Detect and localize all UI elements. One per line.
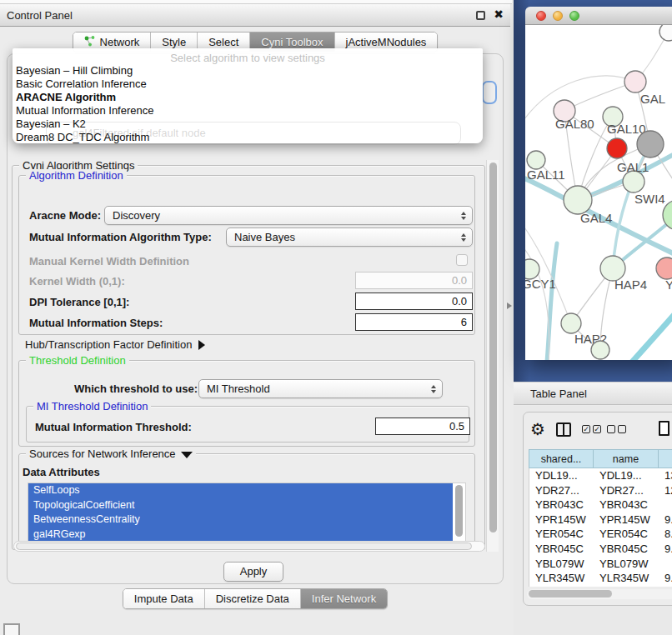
scrollbar-thumb[interactable] — [489, 162, 497, 532]
network-node[interactable] — [591, 341, 609, 359]
list-scrollbar[interactable] — [454, 483, 464, 542]
algorithm-option[interactable]: Bayesian – K2 — [13, 118, 483, 131]
table-row[interactable]: YER054CYER054C8. — [529, 527, 672, 542]
list-item[interactable]: TopologicalCoefficient — [28, 498, 453, 513]
network-node[interactable] — [659, 25, 672, 41]
mi-threshold-field[interactable]: 0.5 — [375, 418, 470, 435]
network-node[interactable] — [527, 151, 545, 169]
network-node[interactable] — [564, 186, 592, 214]
algorithm-option[interactable]: ARACNE Algorithm — [13, 91, 483, 104]
table-cell: YIL052C — [529, 586, 594, 587]
table-column-header[interactable]: shared... — [529, 449, 593, 468]
network-canvas[interactable]: GALGAL80GAL10GAL1GAL11GAL4SWI4GCY1HAP4YH… — [525, 25, 672, 360]
algorithm-option[interactable]: Mutual Information Inference — [13, 104, 483, 118]
tab-network-label: Network — [100, 36, 140, 48]
table-cell: YBR045C — [594, 542, 659, 557]
network-node[interactable] — [656, 258, 672, 279]
control-panel-titlebar: Control Panel ✖ — [0, 4, 510, 27]
table-row[interactable]: YDR27...YDR27...12 — [529, 483, 672, 498]
network-window-titlebar — [525, 7, 672, 25]
expander-arrow-icon — [198, 340, 205, 350]
mi-steps-field[interactable]: 6 — [355, 313, 473, 331]
gear-icon[interactable]: ⚙ — [530, 419, 545, 439]
apply-button[interactable]: Apply — [223, 562, 283, 582]
list-item[interactable]: SelfLoops — [28, 483, 453, 498]
table-row[interactable]: YBL079WYBL079W — [529, 557, 672, 572]
close-panel-icon[interactable]: ✖ — [494, 8, 504, 21]
table-cell — [659, 498, 672, 512]
table-row[interactable]: YBR045CYBR045C9. — [529, 542, 672, 557]
mi-algorithm-type-select[interactable]: Naive Bayes — [226, 228, 473, 247]
table-cell: YBL079W — [529, 557, 594, 572]
network-node-label: GAL80 — [555, 117, 594, 131]
minimized-panel-icon[interactable] — [3, 623, 20, 635]
table-panel-area: ⚙ ✓✓ shared...name YDL19...YDL19...13YDR… — [514, 406, 672, 635]
threshold-definition-title: Threshold Definition — [26, 354, 129, 367]
float-panel-icon[interactable] — [476, 11, 485, 20]
which-threshold-select[interactable]: MI Threshold — [198, 379, 443, 398]
table-row[interactable]: YLR345WYLR345W9. — [529, 571, 672, 586]
table-cell: YBR045C — [529, 542, 594, 557]
panel-splitter-handle[interactable] — [507, 302, 512, 309]
table-row[interactable]: YDL19...YDL19...13 — [529, 468, 672, 483]
scrollbar-thumb[interactable] — [529, 590, 612, 598]
columns-icon[interactable] — [556, 422, 571, 437]
manual-kernel-width-checkbox[interactable] — [456, 254, 468, 266]
manual-kernel-width-label: Manual Kernel Width Definition — [29, 255, 189, 268]
collapse-arrow-icon — [181, 452, 193, 458]
network-view-window: GALGAL80GAL10GAL1GAL11GAL4SWI4GCY1HAP4YH… — [525, 7, 672, 360]
export-table-icon[interactable] — [659, 421, 669, 436]
network-node[interactable] — [624, 71, 646, 92]
network-node[interactable] — [637, 131, 664, 158]
minimize-window-icon[interactable] — [553, 11, 563, 21]
network-icon — [84, 36, 96, 49]
list-item[interactable]: gal4RGexp — [28, 528, 453, 542]
table-cell: YIL052C — [594, 586, 659, 587]
algorithm-option[interactable]: Bayesian – Hill Climbing — [13, 64, 483, 78]
tab-infer-network[interactable]: Infer Network — [301, 589, 387, 608]
zoom-window-icon[interactable] — [569, 11, 579, 21]
which-threshold-label: Which threshold to use: — [74, 382, 198, 395]
settings-vertical-scrollbar[interactable] — [486, 160, 499, 552]
scrollbar-thumb[interactable] — [16, 542, 472, 550]
select-all-icon[interactable]: ✓✓ — [582, 425, 601, 433]
table-row[interactable]: YPR145WYPR145W9. — [529, 512, 672, 528]
screen: Control Panel ✖ Network — [0, 0, 672, 635]
table-cell: 12 — [659, 483, 672, 498]
network-node-label: GCY1 — [525, 277, 556, 291]
bottom-tabbar: Impute Data Discretize Data Infer Networ… — [0, 588, 510, 609]
tab-discretize-data[interactable]: Discretize Data — [205, 589, 301, 608]
hub-definition-expander[interactable]: Hub/Transcription Factor Definition — [25, 338, 205, 351]
algorithm-definition-title: Algorithm Definition — [26, 169, 127, 182]
sources-title[interactable]: Sources for Network Inference — [26, 448, 196, 460]
settings-horizontal-scrollbar[interactable] — [13, 541, 485, 552]
network-node[interactable] — [607, 138, 627, 158]
deselect-all-icon[interactable] — [607, 425, 626, 433]
algorithm-option[interactable]: Basic Correlation Inference — [13, 78, 483, 91]
dpi-tolerance-field[interactable]: 0.0 — [355, 292, 473, 310]
algorithm-option[interactable]: Dream8 DC_TDC Algorithm — [13, 131, 483, 144]
tab-impute-data[interactable]: Impute Data — [123, 589, 205, 608]
dropdown-placeholder: Select algorithm to view settings — [13, 52, 483, 64]
network-node[interactable] — [561, 313, 581, 333]
table-column-header[interactable]: name — [593, 449, 658, 468]
network-node-label: GAL10 — [607, 122, 646, 136]
algorithm-dropdown-popup: Select algorithm to view settings gal4Fi… — [13, 48, 483, 143]
table-column-header[interactable] — [658, 449, 672, 468]
kernel-width-label: Kernel Width (0,1): — [29, 275, 125, 288]
network-node-label: HAP4 — [614, 278, 647, 292]
table-horizontal-scrollbar[interactable] — [527, 589, 672, 599]
kernel-width-field[interactable]: 0.0 — [355, 272, 473, 289]
aracne-mode-select[interactable]: Discovery — [104, 206, 473, 225]
list-item[interactable]: BetweennessCentrality — [28, 512, 453, 528]
table-panel-titlebar: Table Panel — [514, 382, 672, 405]
close-window-icon[interactable] — [536, 11, 546, 21]
bottom-tab-group: Impute Data Discretize Data Infer Networ… — [123, 588, 388, 609]
stepper-arrows-icon — [431, 385, 436, 393]
table-cell: YBR043C — [594, 498, 659, 512]
table-row[interactable]: YBR043CYBR043C — [529, 498, 672, 512]
stepper-arrows-icon — [461, 212, 466, 220]
network-edge[interactable] — [602, 302, 672, 360]
network-edge[interactable] — [564, 82, 635, 111]
table-row[interactable]: YIL052CYIL052C9. — [529, 586, 672, 587]
